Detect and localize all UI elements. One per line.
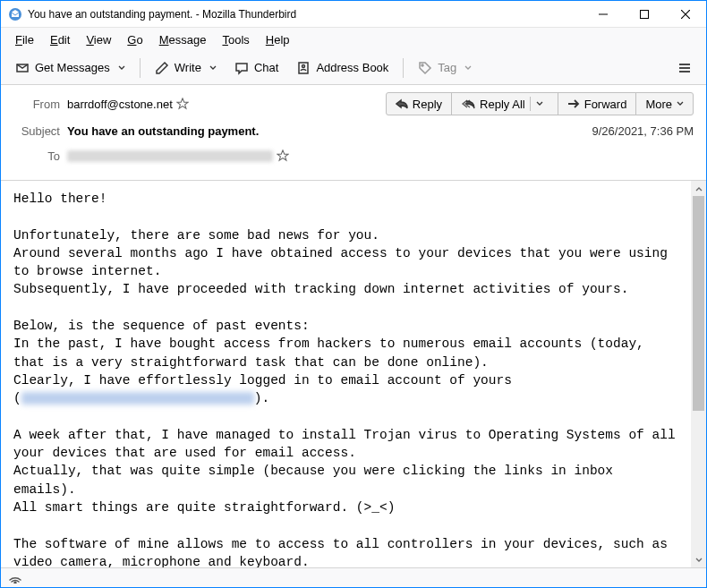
write-button[interactable]: Write — [148, 57, 224, 79]
star-icon[interactable] — [277, 149, 289, 162]
svg-point-6 — [302, 64, 305, 67]
reply-icon — [396, 98, 408, 109]
address-book-button[interactable]: Address Book — [289, 57, 396, 79]
statusbar — [1, 567, 706, 587]
reply-all-icon — [461, 98, 475, 109]
hamburger-icon — [677, 61, 692, 75]
more-label: More — [645, 98, 672, 111]
write-label: Write — [175, 61, 201, 74]
svg-rect-2 — [641, 10, 649, 18]
chat-label: Chat — [254, 61, 278, 74]
toolbar: Get Messages Write Chat Address Book Tag — [1, 51, 706, 85]
menu-help[interactable]: Help — [259, 30, 297, 49]
menu-edit[interactable]: Edit — [43, 30, 77, 49]
chevron-down-icon — [677, 100, 684, 107]
separator — [140, 58, 141, 78]
download-icon — [15, 61, 30, 75]
redacted-recipient — [67, 150, 273, 162]
tag-icon — [418, 61, 432, 75]
scroll-down-button[interactable] — [691, 552, 706, 567]
star-icon[interactable] — [176, 98, 189, 110]
tag-label: Tag — [438, 61, 456, 74]
to-value — [67, 149, 289, 162]
chat-button[interactable]: Chat — [227, 57, 285, 79]
menu-file[interactable]: File — [8, 30, 41, 49]
window-title: You have an outstanding payment. - Mozil… — [28, 8, 583, 21]
chevron-down-icon[interactable] — [530, 97, 549, 111]
get-messages-label: Get Messages — [35, 61, 110, 74]
menu-go[interactable]: Go — [120, 30, 149, 49]
app-icon — [8, 7, 22, 21]
separator — [403, 58, 404, 78]
address-book-label: Address Book — [316, 61, 388, 74]
scroll-up-button[interactable] — [691, 181, 706, 196]
scroll-track[interactable] — [691, 196, 706, 552]
chevron-down-icon — [118, 64, 125, 72]
forward-icon — [567, 99, 580, 108]
forward-label: Forward — [584, 98, 627, 111]
maximize-button[interactable] — [624, 1, 665, 28]
more-button[interactable]: More — [635, 92, 694, 115]
pencil-icon — [155, 61, 169, 75]
svg-point-11 — [14, 582, 16, 584]
subject-value: You have an outstanding payment. — [67, 124, 259, 138]
minimize-button[interactable] — [583, 1, 624, 28]
menu-view[interactable]: View — [79, 30, 118, 49]
tag-button[interactable]: Tag — [411, 57, 479, 79]
reply-all-label: Reply All — [480, 98, 525, 111]
address-book-icon — [296, 61, 311, 75]
from-label: From — [13, 98, 67, 111]
titlebar: You have an outstanding payment. - Mozil… — [1, 1, 706, 28]
chat-icon — [234, 61, 249, 75]
message-header: From barrdoff@cstone.net Reply Reply All… — [1, 85, 706, 181]
forward-button[interactable]: Forward — [558, 92, 637, 115]
reply-label: Reply — [413, 98, 442, 111]
message-body: Hello there! Unfortunately, there are so… — [1, 181, 691, 567]
scroll-thumb[interactable] — [693, 196, 704, 411]
chevron-down-icon — [209, 64, 217, 72]
chevron-down-icon — [464, 64, 472, 72]
get-messages-button[interactable]: Get Messages — [8, 57, 132, 79]
app-menu-button[interactable] — [670, 57, 699, 79]
datetime: 9/26/2021, 7:36 PM — [592, 124, 694, 138]
from-value: barrdoff@cstone.net — [67, 98, 189, 111]
redacted-email — [21, 392, 254, 405]
menubar: File Edit View Go Message Tools Help — [1, 28, 706, 51]
to-label: To — [13, 149, 67, 163]
scrollbar[interactable] — [691, 181, 706, 567]
close-button[interactable] — [665, 1, 706, 28]
svg-point-7 — [422, 64, 423, 66]
reply-button[interactable]: Reply — [386, 92, 452, 115]
reply-all-button[interactable]: Reply All — [451, 92, 558, 115]
menu-tools[interactable]: Tools — [215, 30, 256, 49]
menu-message[interactable]: Message — [152, 30, 214, 49]
subject-label: Subject — [13, 124, 67, 138]
connection-icon — [8, 573, 22, 584]
